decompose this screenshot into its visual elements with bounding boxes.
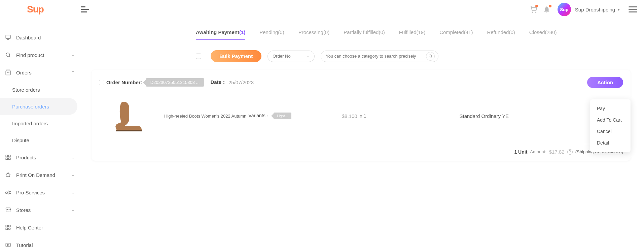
- sidebar-item-dispute[interactable]: Dispute: [0, 132, 79, 149]
- svg-rect-4: [6, 155, 7, 157]
- menu-item-pay[interactable]: Pay: [590, 103, 631, 114]
- tab-count: (280): [545, 29, 557, 35]
- tab-count: (19): [416, 29, 425, 35]
- search-category-select[interactable]: Order No ⌄: [267, 51, 315, 62]
- tab-processing[interactable]: Processing(0): [298, 29, 330, 40]
- scales-icon: [5, 189, 11, 196]
- main-content: Awaiting Payment(1) Pending(0) Processin…: [79, 19, 644, 251]
- toolbar: Bulk Payment Order No ⌄: [196, 50, 438, 62]
- store-icon: [5, 207, 11, 213]
- order-date-label: Date：: [210, 79, 226, 86]
- svg-point-13: [429, 55, 432, 57]
- price: $8.100: [342, 113, 357, 119]
- search-button[interactable]: [426, 52, 435, 61]
- menu-item-cancel[interactable]: Cancel: [590, 126, 631, 137]
- search-icon: [5, 52, 11, 58]
- sidebar-item-tutorial[interactable]: Tutorial: [0, 236, 79, 251]
- tab-count: (1): [239, 29, 245, 35]
- sidebar-label: Print On Demand: [16, 172, 55, 178]
- products-icon: [5, 154, 11, 161]
- svg-rect-10: [6, 228, 7, 230]
- svg-point-3: [6, 53, 10, 57]
- bell-icon[interactable]: [543, 5, 551, 13]
- tab-label: Awaiting Payment: [196, 29, 239, 35]
- tab-partially-fulfilled[interactable]: Partially fulfilled(0): [344, 29, 385, 40]
- svg-rect-8: [6, 225, 7, 227]
- action-button[interactable]: Action: [587, 77, 623, 88]
- chevron-down-icon: ⌄: [71, 53, 75, 57]
- chevron-down-icon: ⌄: [71, 172, 75, 177]
- svg-point-1: [535, 12, 536, 12]
- avatar[interactable]: Sup: [558, 3, 571, 16]
- tab-completed[interactable]: Completed(41): [439, 29, 473, 40]
- tab-label: Completed: [439, 29, 464, 35]
- pod-icon: [5, 171, 11, 178]
- tab-count: (0): [278, 29, 284, 35]
- sidebar-item-imported-orders[interactable]: Imported orders: [0, 115, 79, 132]
- tab-label: Closed: [529, 29, 545, 35]
- sidebar-item-find-product[interactable]: Find product ⌄: [0, 46, 79, 64]
- order-date-value: 25/07/2023: [228, 80, 254, 85]
- tab-pending[interactable]: Pending(0): [259, 29, 284, 40]
- order-footer: 1 Unit Amount: $17.82 ? (Shipping Cost I…: [99, 144, 623, 155]
- quantity: x 1: [360, 113, 366, 119]
- select-all-checkbox[interactable]: [196, 54, 201, 59]
- tab-count: (0): [509, 29, 515, 35]
- orders-icon: [5, 69, 11, 76]
- product-name: High-heeled Boots Women's 2022 Autumn: [164, 114, 246, 119]
- tab-label: Processing: [298, 29, 323, 35]
- variant-value: Light...: [274, 113, 291, 119]
- variants-label: Variants：: [248, 113, 270, 119]
- order-number-value: D20230725051315303 ...: [146, 78, 205, 87]
- chevron-down-icon: ⌄: [71, 208, 75, 212]
- brand-logo: Sup: [27, 4, 44, 15]
- sidebar-label: Find product: [16, 52, 44, 58]
- sidebar-item-help[interactable]: Help Center: [0, 219, 79, 236]
- amount-label: Amount:: [530, 149, 546, 154]
- sidebar-label: Purchase orders: [12, 104, 49, 109]
- sidebar-label: Imported orders: [12, 121, 48, 126]
- search-input[interactable]: [326, 54, 426, 59]
- header: Sup Sup Sup Dropshipping ▼: [0, 0, 644, 19]
- user-caret-icon[interactable]: ▼: [617, 8, 620, 11]
- menu-icon[interactable]: [629, 6, 637, 12]
- sidebar-label: Dispute: [12, 137, 29, 143]
- bulk-payment-button[interactable]: Bulk Payment: [211, 50, 261, 62]
- search-box: [321, 51, 438, 62]
- orders-submenu: Store orders Purchase orders Imported or…: [0, 81, 79, 149]
- tab-awaiting-payment[interactable]: Awaiting Payment(1): [196, 29, 245, 40]
- unit-count: 1 Unit: [514, 149, 527, 155]
- svg-rect-14: [116, 130, 142, 131]
- info-icon[interactable]: ?: [567, 149, 573, 155]
- tab-label: Pending: [259, 29, 278, 35]
- sidebar-label: Orders: [16, 70, 32, 75]
- tab-closed[interactable]: Closed(280): [529, 29, 557, 40]
- shipping-method: Standard Ordinary YE: [460, 113, 509, 119]
- sidebar-item-orders[interactable]: Orders ⌃: [0, 64, 79, 81]
- chevron-down-icon: ⌄: [71, 190, 75, 195]
- sidebar-item-dashboard[interactable]: Dashboard: [0, 29, 79, 46]
- sidebar-item-purchase-orders[interactable]: Purchase orders: [0, 98, 77, 115]
- order-card: Order Number: D20230725051315303 ... Dat…: [92, 70, 631, 161]
- cart-icon[interactable]: [529, 5, 537, 13]
- sidebar-item-pro-services[interactable]: Pro Services ⌄: [0, 184, 79, 201]
- chevron-up-icon: ⌃: [71, 70, 75, 75]
- menu-item-detail[interactable]: Detail: [590, 137, 631, 149]
- order-checkbox[interactable]: [99, 80, 104, 85]
- tab-refunded[interactable]: Refunded(0): [487, 29, 515, 40]
- product-image: [112, 100, 144, 132]
- sidebar-item-pod[interactable]: Print On Demand ⌄: [0, 166, 79, 184]
- sidebar-item-products[interactable]: Products ⌄: [0, 149, 79, 166]
- user-name: Sup Dropshipping: [575, 7, 615, 12]
- order-tabs: Awaiting Payment(1) Pending(0) Processin…: [196, 29, 631, 40]
- sidebar-toggle-icon[interactable]: [81, 6, 89, 12]
- tab-label: Partially fulfilled: [344, 29, 379, 35]
- sidebar-item-store-orders[interactable]: Store orders: [0, 81, 79, 98]
- order-number-label: Order Number:: [106, 80, 142, 85]
- tab-fulfilled[interactable]: Fulfilled(19): [399, 29, 425, 40]
- tab-count: (41): [464, 29, 473, 35]
- select-value: Order No: [273, 54, 290, 59]
- menu-item-add-to-cart[interactable]: Add To Cart: [590, 114, 631, 126]
- svg-rect-9: [9, 225, 10, 227]
- sidebar-item-stores[interactable]: Stores ⌄: [0, 201, 79, 219]
